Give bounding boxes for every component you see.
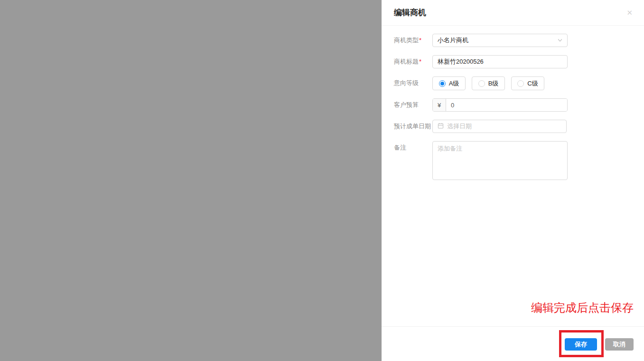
drawer-header: 编辑商机 ✕ [382, 0, 644, 26]
cancel-button[interactable]: 取消 [605, 338, 634, 351]
select-value: 小名片商机 [438, 36, 468, 45]
form-row-intent-level: 意向等级 A级 B级 C级 [394, 76, 632, 90]
radio-option-c[interactable]: C级 [511, 76, 544, 90]
opportunity-type-select[interactable]: 小名片商机 [432, 34, 568, 47]
radio-label: B级 [488, 79, 499, 88]
radio-label: C级 [527, 79, 538, 88]
field-label: 商机类型* [394, 34, 432, 47]
required-mark: * [419, 58, 421, 65]
page: 编辑商机 ✕ 商机类型* 小名片商机 商机标题* [0, 0, 644, 361]
drawer-body: 商机类型* 小名片商机 商机标题* [382, 26, 644, 182]
form-row-opportunity-title: 商机标题* [394, 55, 632, 68]
modal-backdrop[interactable] [0, 0, 382, 361]
footer-divider [382, 326, 644, 327]
radio-label: A级 [449, 79, 459, 88]
field-label-text: 意向等级 [394, 79, 419, 86]
save-button[interactable]: 保存 [565, 338, 597, 351]
close-icon[interactable]: ✕ [625, 7, 635, 18]
radio-option-b[interactable]: B级 [472, 76, 505, 90]
form-row-opportunity-type: 商机类型* 小名片商机 [394, 34, 632, 47]
field-label-text: 客户预算 [394, 101, 419, 108]
drawer-title: 编辑商机 [394, 7, 426, 18]
form-row-customer-budget: 客户预算 ¥ [394, 98, 632, 112]
remarks-textarea[interactable] [432, 141, 568, 180]
field-label: 商机标题* [394, 55, 432, 68]
radio-unselected-icon [478, 80, 485, 87]
field-label: 意向等级 [394, 76, 432, 90]
field-label: 客户预算 [394, 98, 432, 112]
intent-level-radio-group: A级 B级 C级 [432, 76, 568, 90]
budget-field: ¥ [432, 98, 568, 112]
radio-selected-icon [439, 80, 446, 87]
opportunity-title-input[interactable] [432, 55, 568, 68]
form-row-expected-close-date: 预计成单日期 选择日期 [394, 120, 632, 133]
calendar-icon [438, 122, 444, 131]
field-label-text: 商机标题 [394, 58, 419, 65]
field-label-text: 商机类型 [394, 37, 419, 44]
radio-unselected-icon [517, 80, 524, 87]
tutorial-annotation-text: 编辑完成后点击保存 [531, 300, 634, 315]
form-row-remarks: 备注 [394, 141, 632, 182]
field-label: 预计成单日期 [394, 120, 432, 133]
radio-option-a[interactable]: A级 [432, 76, 466, 90]
required-mark: * [419, 37, 421, 44]
date-placeholder: 选择日期 [447, 122, 472, 131]
field-label: 备注 [394, 141, 432, 154]
currency-yen-prefix: ¥ [433, 99, 446, 111]
field-label-text: 预计成单日期 [394, 123, 431, 130]
budget-input[interactable] [446, 99, 567, 111]
edit-opportunity-drawer: 编辑商机 ✕ 商机类型* 小名片商机 商机标题* [382, 0, 644, 361]
chevron-down-icon [558, 36, 562, 45]
close-date-picker[interactable]: 选择日期 [432, 120, 567, 133]
field-label-text: 备注 [394, 144, 406, 151]
